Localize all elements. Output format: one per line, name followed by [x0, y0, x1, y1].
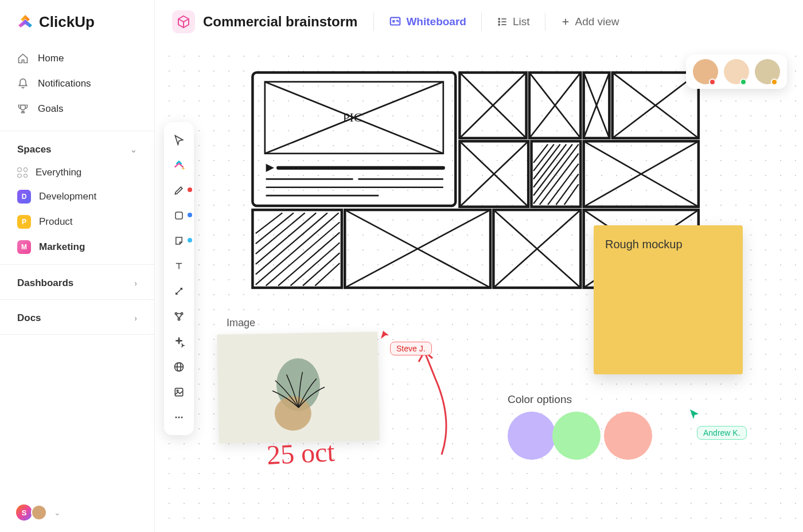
svg-line-69: [256, 213, 282, 233]
svg-line-71: [278, 232, 340, 285]
logo[interactable]: ClickUp: [0, 0, 154, 41]
tool-sparkle[interactable]: [168, 331, 190, 353]
handwritten-date: 25 oct: [266, 436, 336, 471]
tab-whiteboard[interactable]: Whiteboard: [385, 13, 470, 30]
main: Commercial brainstorm Whiteboard List Ad…: [155, 0, 803, 532]
collaborators[interactable]: [686, 54, 787, 89]
grid-icon: [17, 167, 28, 178]
divider: [0, 334, 154, 335]
image-card[interactable]: [217, 332, 379, 444]
user-avatar-photo: [31, 504, 47, 521]
color-options-label: Color options: [508, 393, 572, 406]
add-view-button[interactable]: Add view: [557, 13, 623, 30]
chevron-down-icon: ⌄: [130, 145, 137, 154]
svg-line-65: [256, 213, 328, 274]
divider: [0, 264, 154, 265]
tab-list[interactable]: List: [493, 13, 533, 30]
space-label-product: Product: [39, 216, 73, 228]
image-label: Image: [227, 317, 255, 329]
svg-rect-10: [176, 212, 182, 219]
svg-point-3: [498, 24, 500, 25]
nav-goals[interactable]: Goals: [0, 96, 154, 122]
svg-point-23: [181, 417, 183, 418]
cursor-label-andrew: Andrew K.: [697, 426, 747, 440]
svg-line-54: [533, 144, 554, 171]
space-label-marketing: Marketing: [39, 241, 85, 253]
color-swatch-green[interactable]: [552, 412, 601, 460]
separator: [545, 13, 545, 31]
tool-more[interactable]: [168, 406, 190, 428]
tool-shape[interactable]: [168, 205, 190, 226]
sidebar-item-marketing[interactable]: M Marketing: [0, 234, 154, 260]
spaces-title: Spaces: [17, 144, 52, 155]
svg-point-13: [175, 312, 177, 314]
space-badge-p: P: [17, 215, 31, 229]
collaborator-avatar[interactable]: [755, 59, 780, 84]
everything-label: Everything: [36, 167, 81, 178]
cursor-label-steve: Steve J.: [390, 342, 432, 355]
svg-point-1: [498, 18, 500, 19]
list-icon: [497, 16, 508, 28]
tool-rail: +: [164, 122, 194, 435]
user-menu[interactable]: S ⌄: [0, 493, 154, 532]
svg-line-70: [266, 222, 340, 286]
arrow-annotation: [396, 340, 465, 466]
bell-icon: [17, 78, 29, 89]
tool-select[interactable]: [168, 129, 190, 151]
svg-point-20: [177, 390, 178, 392]
tool-sticky[interactable]: [168, 230, 190, 252]
brand-name: ClickUp: [39, 13, 95, 31]
svg-point-22: [178, 417, 180, 418]
color-swatch-coral[interactable]: [604, 412, 652, 460]
sketch-pic-label: PIC: [343, 111, 362, 124]
svg-line-66: [256, 213, 316, 264]
svg-point-14: [181, 312, 182, 314]
sticky-text: Rough mockup: [605, 238, 683, 251]
tool-text[interactable]: [168, 255, 190, 277]
docs-section[interactable]: Docs ›: [0, 304, 154, 330]
dashboards-section[interactable]: Dashboards ›: [0, 269, 154, 295]
divider: [0, 299, 154, 300]
svg-point-21: [176, 417, 177, 418]
collaborator-avatar[interactable]: [693, 59, 718, 84]
sidebar: ClickUp Home Notifications Goals: [0, 0, 155, 532]
sidebar-item-development[interactable]: D Development: [0, 184, 154, 209]
trophy-icon: [17, 103, 29, 115]
dashboards-label: Dashboards: [17, 277, 73, 289]
svg-marker-28: [266, 164, 274, 172]
svg-line-55: [533, 144, 548, 163]
tool-connector[interactable]: [168, 280, 190, 302]
nav-home[interactable]: Home: [0, 46, 154, 71]
chevron-down-icon: ⌄: [54, 508, 61, 517]
doc-title: Commercial brainstorm: [203, 14, 357, 30]
sidebar-item-product[interactable]: P Product: [0, 209, 154, 234]
clickup-logo-icon: [16, 13, 34, 31]
tool-web[interactable]: [168, 356, 190, 378]
tool-clickup[interactable]: +: [168, 154, 190, 176]
tab-whiteboard-label: Whiteboard: [406, 15, 466, 28]
tool-pen[interactable]: [168, 179, 190, 201]
home-icon: [17, 53, 29, 64]
docs-label: Docs: [17, 312, 41, 324]
nav-notifications-label: Notifications: [38, 78, 91, 89]
space-badge-m: M: [17, 240, 31, 254]
whiteboard-canvas[interactable]: +: [155, 42, 803, 532]
sticky-note[interactable]: Rough mockup: [594, 225, 743, 374]
divider: [0, 131, 154, 131]
svg-point-2: [498, 21, 500, 22]
nav-notifications[interactable]: Notifications: [0, 71, 154, 96]
color-swatch-purple[interactable]: [508, 412, 556, 460]
sidebar-item-everything[interactable]: Everything: [0, 161, 154, 184]
chevron-right-icon: ›: [134, 279, 137, 288]
space-badge-d: D: [17, 190, 31, 204]
doc-cube-icon[interactable]: [172, 10, 195, 33]
svg-rect-24: [252, 73, 455, 206]
tool-relation[interactable]: [168, 306, 190, 327]
spaces-header[interactable]: Spaces ⌄: [0, 136, 154, 161]
collaborator-avatar[interactable]: [724, 59, 749, 84]
tool-image[interactable]: [168, 381, 190, 403]
user-avatar-initial: S: [16, 504, 32, 521]
nav-goals-label: Goals: [38, 103, 63, 115]
chevron-right-icon: ›: [134, 314, 137, 323]
cursor-andrew-icon: [688, 408, 701, 420]
